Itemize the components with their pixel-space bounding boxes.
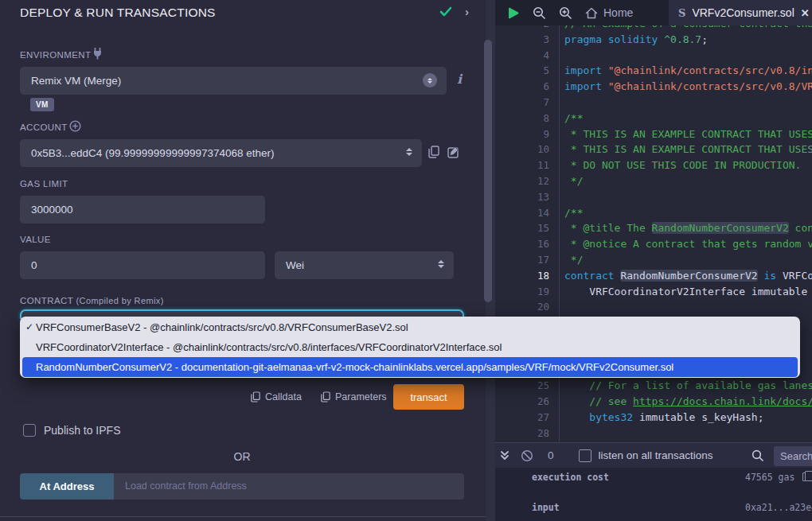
zoom-out-icon[interactable] — [533, 6, 546, 20]
gas-limit-input[interactable] — [20, 196, 265, 224]
transact-button[interactable]: transact — [393, 384, 464, 410]
vm-badge: VM — [30, 98, 54, 111]
code-line: 9 * THIS IS AN EXAMPLE CONTRACT THAT USE… — [495, 126, 812, 142]
terminal-bar: 0 listen on all transactions — [495, 442, 812, 468]
terminal-content: execution cost47565 gasinput0xa21...a23e… — [495, 468, 812, 521]
listen-all-transactions-checkbox[interactable] — [579, 449, 591, 462]
option-check-icon: ✓ — [25, 317, 33, 337]
terminal-search-icon — [751, 449, 764, 462]
listen-count-badge: 0 — [548, 449, 554, 461]
code-line: 25 // For a list of available gas lanes … — [495, 378, 812, 394]
code-line: 11 * DO NOT USE THIS CODE IN PRODUCTION. — [495, 157, 812, 173]
add-account-plus-icon[interactable] — [69, 120, 81, 132]
tab-home[interactable]: Home — [585, 6, 633, 19]
environment-label: ENVIRONMENT — [20, 50, 91, 60]
environment-select-stepper-icon — [423, 73, 437, 87]
copy-icon — [251, 391, 260, 402]
environment-info-icon[interactable]: i — [457, 72, 462, 87]
contract-option[interactable]: VRFCoordinatorV2Interface - @chainlink/c… — [20, 337, 800, 357]
gas-limit-label: GAS LIMIT — [20, 179, 68, 189]
contract-label: CONTRACT (Compiled by Remix) — [20, 296, 164, 305]
plug-icon — [92, 47, 103, 60]
code-line: 5import "@chainlink/contracts/src/v0.8/i… — [495, 63, 812, 79]
run-script-play-icon[interactable] — [506, 6, 520, 20]
at-address-input[interactable] — [114, 473, 464, 500]
value-label: VALUE — [20, 235, 51, 244]
or-divider-label: OR — [20, 450, 464, 463]
account-select-arrows-icon — [406, 148, 412, 156]
tab-vrfv2consumer[interactable]: S VRFv2Consumer.sol ✕ — [669, 0, 812, 25]
terminal-row: execution cost47565 gas — [532, 471, 812, 483]
environment-select[interactable]: Remix VM (Merge) — [20, 67, 447, 95]
value-unit-arrows-icon — [438, 260, 444, 268]
listen-all-transactions-label: listen on all transactions — [599, 449, 713, 461]
code-line: 20 — [495, 299, 812, 315]
panel-divider — [0, 516, 486, 517]
code-line: 4 — [495, 48, 812, 64]
contract-option[interactable]: RandomNumberConsumerV2 - documentation-g… — [22, 357, 798, 377]
code-line: 3pragma solidity ^0.8.7; — [495, 32, 812, 48]
terminal-row: input0xa21...a23e4 — [532, 501, 812, 513]
account-select[interactable]: 0x5B3...eddC4 (99.99999999999997374068 e… — [20, 139, 422, 167]
copy-account-icon[interactable] — [428, 146, 439, 158]
remix-ide-window: DEPLOY & RUN TRANSACTIONS › ENVIRONMENT … — [0, 0, 812, 521]
account-label: ACCOUNT — [20, 122, 68, 132]
copy-icon[interactable] — [802, 472, 810, 481]
zoom-in-icon[interactable] — [559, 6, 572, 20]
value-input[interactable] — [20, 251, 265, 279]
contract-option[interactable]: ✓VRFConsumerBaseV2 - @chainlink/contract… — [20, 317, 800, 337]
contract-dropdown-list: ✓VRFConsumerBaseV2 - @chainlink/contract… — [20, 317, 800, 378]
edit-account-icon[interactable] — [447, 146, 460, 158]
expand-terminal-chevrons-icon[interactable] — [500, 450, 509, 461]
code-line: 8/** — [495, 111, 812, 126]
code-line: 6import "@chainlink/contracts/src/v0.8/V… — [495, 79, 812, 95]
compile-success-check-icon — [439, 6, 452, 17]
code-line: 15 * @title The RandomNumberConsumerV2 c… — [495, 220, 812, 236]
code-editor[interactable]: 2// An example of a consumer contract th… — [495, 25, 812, 442]
copy-icon — [321, 391, 330, 402]
code-line: 27 bytes32 immutable s_keyHash; — [495, 410, 812, 426]
deploy-actions-row: Calldata Parameters transact — [0, 384, 486, 410]
code-line: 26 // see https://docs.chain.link/docs/v… — [495, 394, 812, 410]
code-line: 19 VRFCoordinatorV2Interface immutable C… — [495, 284, 812, 300]
solidity-file-icon: S — [678, 7, 685, 19]
code-line: 13 — [495, 189, 812, 205]
editor-region: Home S VRFv2Consumer.sol ✕ 2// An exampl… — [495, 0, 812, 521]
home-icon — [585, 7, 598, 19]
editor-tabbar: Home S VRFv2Consumer.sol ✕ — [495, 0, 812, 25]
publish-ipfs-checkbox[interactable] — [23, 424, 36, 437]
code-line: 10 * THIS IS AN EXAMPLE CONTRACT THAT US… — [495, 142, 812, 157]
code-line: 28 — [495, 426, 812, 441]
panel-title: DEPLOY & RUN TRANSACTIONS — [20, 6, 216, 20]
code-line: 14/** — [495, 205, 812, 221]
code-line: 2// An example of a consumer contract th… — [495, 25, 812, 32]
deploy-run-panel: DEPLOY & RUN TRANSACTIONS › ENVIRONMENT … — [0, 0, 486, 521]
clear-console-ban-icon[interactable] — [521, 449, 533, 462]
calldata-action[interactable]: Calldata — [251, 384, 302, 410]
panel-scrollbar-thumb[interactable] — [484, 40, 492, 302]
close-tab-icon[interactable]: ✕ — [801, 7, 810, 19]
code-line: 18contract RandomNumberConsumerV2 is VRF… — [495, 268, 812, 284]
parameters-action[interactable]: Parameters — [321, 384, 387, 410]
publish-ipfs-label: Publish to IPFS — [44, 424, 121, 437]
code-line: 16 * @notice A contract that gets random… — [495, 236, 812, 252]
code-line: 12 */ — [495, 173, 812, 189]
at-address-button[interactable]: At Address — [20, 473, 114, 500]
code-line: 17 */ — [495, 252, 812, 268]
terminal-search-input[interactable] — [774, 446, 812, 466]
value-unit-select[interactable]: Wei — [275, 251, 454, 279]
collapse-panel-chevron-icon[interactable]: › — [465, 5, 469, 18]
code-line: 7 — [495, 95, 812, 111]
